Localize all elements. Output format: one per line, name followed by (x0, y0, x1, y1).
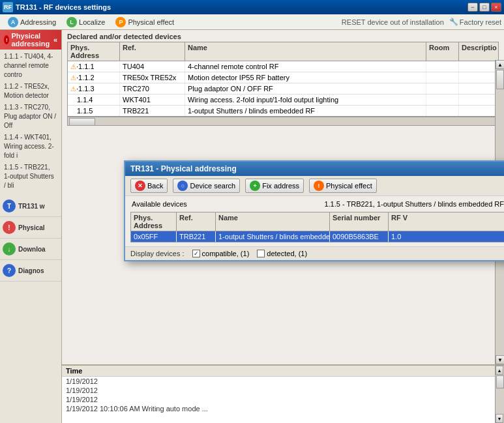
diagnos-section-icon: ? (3, 264, 16, 277)
content-panel: Declared and/or detected devices Phys. A… (62, 30, 504, 423)
download-section-icon: ↓ (3, 242, 16, 255)
title-bar: RF TR131 - RF devices settings − □ × (0, 0, 504, 14)
window-controls: − □ × (467, 3, 501, 12)
sidebar-header-icon: ! (4, 35, 9, 44)
menu-addressing[interactable]: A Addressing (3, 16, 61, 29)
modal-overlay: TR131 - Physical addressing ✕ Back ○ Dev… (62, 30, 504, 423)
reset-text: RESET device out of installation (342, 18, 444, 26)
factory-reset-label: Factory reset (460, 18, 501, 26)
reset-area: RESET device out of installation 🔧 Facto… (342, 18, 501, 26)
device-search-icon: ○ (177, 181, 188, 191)
tr131-section-label: TR131 w (18, 203, 45, 210)
mt-cell-ref-0: TRB221 (177, 231, 216, 242)
factory-reset-button[interactable]: 🔧 Factory reset (449, 18, 501, 26)
modal-title-bar: TR131 - Physical addressing (125, 162, 504, 176)
sidebar-sections: T TR131 w ! Physical ↓ Downloa ? Diagnos (0, 196, 61, 282)
modal-dialog: TR131 - Physical addressing ✕ Back ○ Dev… (124, 160, 504, 261)
compatible-label: compatible, (1) (202, 250, 250, 257)
sidebar-section-tr131[interactable]: T TR131 w (0, 196, 61, 217)
compatible-checkbox-box: ✓ (192, 250, 200, 257)
detected-checkbox[interactable]: detected, (1) (257, 250, 307, 257)
physical-section-label: Physical (18, 224, 45, 231)
sidebar-header: ! Physical addressing « (0, 30, 61, 50)
addressing-icon: A (8, 17, 18, 27)
mt-cell-rfv-0: 1.0 (389, 231, 504, 242)
back-button[interactable]: ✕ Back (130, 179, 168, 193)
modal-table-header: Phys. Address Ref. Name Serial number RF… (131, 212, 504, 231)
available-devices-label: Available devices (132, 200, 187, 208)
modal-devices-table: Phys. Address Ref. Name Serial number RF… (130, 212, 504, 242)
mt-col-ref: Ref. (177, 212, 216, 231)
localize-icon: L (67, 17, 77, 27)
compatible-checkbox[interactable]: ✓ compatible, (1) (192, 250, 250, 257)
maximize-button[interactable]: □ (479, 3, 490, 12)
sidebar: ! Physical addressing « 1.1.1 - TU404, 4… (0, 30, 62, 423)
app-icon: RF (3, 2, 13, 12)
detected-checkbox-box (257, 250, 265, 257)
title-bar-left: RF TR131 - RF devices settings (3, 2, 111, 12)
display-devices-label: Display devices : (130, 250, 185, 257)
sidebar-collapse-icon[interactable]: « (53, 36, 57, 44)
sidebar-section-download[interactable]: ↓ Downloa (0, 239, 61, 260)
sidebar-section-diagnos[interactable]: ? Diagnos (0, 260, 61, 282)
mt-col-serial: Serial number (330, 212, 389, 231)
close-button[interactable]: × (491, 3, 501, 12)
menu-physical-effect-label: Physical effect (128, 18, 174, 26)
menu-addressing-label: Addressing (20, 18, 56, 26)
modal-info-bar: Available devices 1.1.5 - TRB221, 1-outp… (125, 196, 504, 212)
main-area: ! Physical addressing « 1.1.1 - TU404, 4… (0, 30, 504, 423)
tree-item-3[interactable]: 1.1.4 - WKT401, Wiring access. 2-fold i (1, 132, 60, 162)
physical-section-icon: ! (3, 221, 16, 234)
mt-col-rfv: RF V (389, 212, 504, 231)
physical-effect-icon: P (115, 17, 126, 27)
modal-table-row-selected[interactable]: 0x05FF TRB221 1-output Shutters / blinds… (131, 231, 504, 242)
minimize-button[interactable]: − (467, 3, 478, 12)
back-button-icon: ✕ (135, 181, 145, 191)
physical-effect-btn-icon: ! (314, 181, 324, 191)
tr131-section-icon: T (3, 199, 16, 212)
mt-cell-name-0: 1-output Shutters / blinds embedded RF (216, 231, 330, 242)
sidebar-section-physical[interactable]: ! Physical (0, 217, 61, 239)
mt-cell-phys-0: 0x05FF (131, 231, 177, 242)
fix-address-label: Fix address (262, 182, 299, 190)
menu-bar: A Addressing L Localize P Physical effec… (0, 14, 504, 30)
detected-label: detected, (1) (267, 250, 307, 257)
download-section-label: Downloa (18, 246, 46, 253)
factory-reset-icon: 🔧 (449, 18, 458, 26)
mt-cell-serial-0: 0090B5863BE (330, 231, 389, 242)
device-search-label: Device search (190, 182, 235, 190)
tree-item-1[interactable]: 1.1.2 - TRE52x, Motion detector (1, 81, 60, 102)
tree-item-0[interactable]: 1.1.1 - TU404, 4-channel remote contro (1, 51, 60, 81)
modal-toolbar: ✕ Back ○ Device search + Fix address ! P… (125, 176, 504, 196)
device-search-button[interactable]: ○ Device search (173, 179, 240, 193)
physical-effect-button[interactable]: ! Physical effect (309, 179, 377, 193)
menu-localize[interactable]: L Localize (61, 16, 110, 29)
window-title: TR131 - RF devices settings (16, 3, 111, 11)
fix-address-button[interactable]: + Fix address (245, 179, 304, 193)
back-button-label: Back (147, 182, 163, 190)
tree-item-4[interactable]: 1.1.5 - TRB221, 1-output Shutters / bli (1, 162, 60, 192)
mt-col-phys: Phys. Address (131, 212, 177, 231)
diagnos-section-label: Diagnos (18, 267, 44, 274)
fix-address-icon: + (250, 181, 260, 191)
mt-col-name: Name (216, 212, 330, 231)
tree-items: 1.1.1 - TU404, 4-channel remote contro 1… (0, 50, 61, 193)
selected-device-info: 1.1.5 - TRB221, 1-output Shutters / blin… (324, 200, 504, 208)
menu-localize-label: Localize (79, 18, 105, 26)
tree-item-2[interactable]: 1.1.3 - TRC270, Plug adaptor ON / Off (1, 102, 60, 132)
menu-physical-effect[interactable]: P Physical effect (110, 16, 179, 29)
sidebar-title: ! Physical addressing (4, 32, 53, 48)
physical-effect-btn-label: Physical effect (326, 182, 372, 190)
sidebar-header-label: Physical addressing (11, 32, 53, 48)
modal-footer: Display devices : ✓ compatible, (1) dete… (125, 246, 504, 260)
